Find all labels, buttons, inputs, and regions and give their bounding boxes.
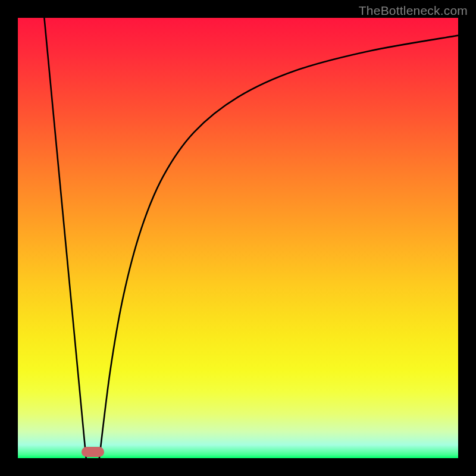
left-line-path	[44, 18, 86, 458]
plot-area	[18, 18, 458, 458]
curve-layer	[18, 18, 458, 458]
right-curve-path	[99, 36, 458, 458]
bottleneck-chart: TheBottleneck.com	[0, 0, 476, 476]
optimum-marker	[82, 447, 104, 457]
watermark-text: TheBottleneck.com	[359, 4, 468, 18]
